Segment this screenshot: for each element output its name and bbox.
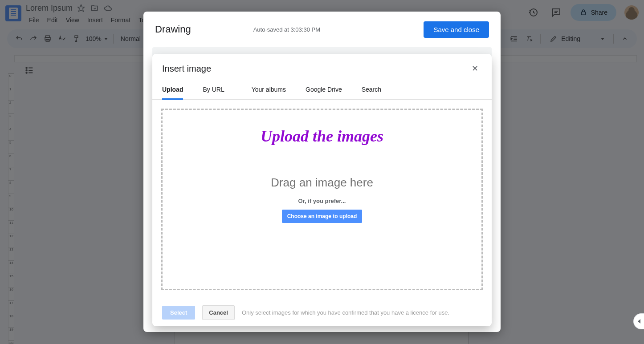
insert-image-title: Insert image <box>162 64 211 74</box>
annotation-text: Upload the images <box>261 127 383 146</box>
tab-upload[interactable]: Upload <box>162 81 183 100</box>
autosave-status: Auto-saved at 3:03:30 PM <box>253 26 320 33</box>
drop-zone[interactable]: Upload the images Drag an image here Or,… <box>161 109 483 290</box>
insert-image-footer: Select Cancel Only select images for whi… <box>152 299 492 326</box>
insert-image-header: Insert image ✕ <box>152 54 492 81</box>
cancel-button[interactable]: Cancel <box>202 305 235 320</box>
tab-separator <box>238 86 238 94</box>
chevron-left-icon <box>638 319 640 324</box>
insert-image-modal: Insert image ✕ Upload By URL Your albums… <box>152 54 492 326</box>
tab-your-albums[interactable]: Your albums <box>252 81 286 99</box>
licence-text: Only select images for which you have co… <box>242 309 449 316</box>
drag-here-text: Drag an image here <box>271 176 373 190</box>
or-text: Or, if you prefer... <box>298 198 346 204</box>
tab-search[interactable]: Search <box>362 81 381 99</box>
drawing-title: Drawing <box>155 24 191 35</box>
close-icon[interactable]: ✕ <box>468 62 482 75</box>
drawing-header: Drawing Auto-saved at 3:03:30 PM Save an… <box>143 12 501 47</box>
tab-by-url[interactable]: By URL <box>203 81 224 99</box>
insert-image-tabs: Upload By URL Your albums Google Drive S… <box>152 81 492 100</box>
tab-google-drive[interactable]: Google Drive <box>306 81 342 99</box>
select-button[interactable]: Select <box>162 306 195 320</box>
save-and-close-button[interactable]: Save and close <box>424 21 489 38</box>
upload-panel: Upload the images Drag an image here Or,… <box>152 100 492 299</box>
choose-image-button[interactable]: Choose an image to upload <box>282 210 363 223</box>
